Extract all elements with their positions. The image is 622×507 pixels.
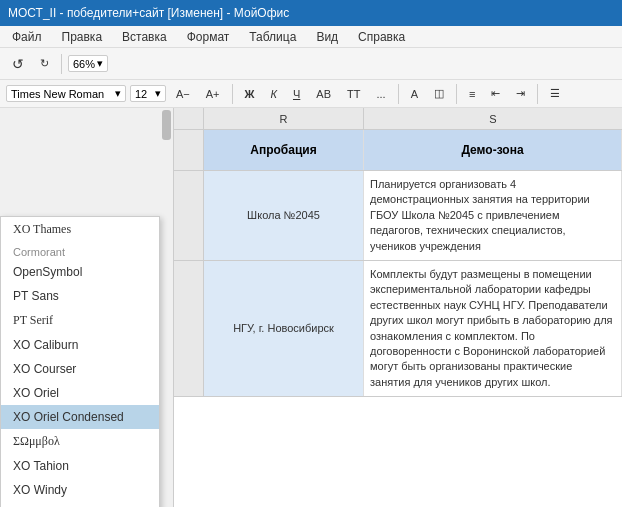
redo-button[interactable]: ↻ <box>34 54 55 73</box>
corner-cell <box>174 108 204 129</box>
cell-r-header[interactable]: Апробация <box>204 130 364 170</box>
font-selector-arrow-icon: ▾ <box>115 87 121 100</box>
separator-4 <box>456 84 457 104</box>
more-button[interactable]: ... <box>370 85 391 103</box>
font-color-icon: A <box>411 88 418 100</box>
col-header-r: R <box>204 108 364 129</box>
font-size-value: 12 <box>135 88 147 100</box>
font-smaller-button[interactable]: A− <box>170 85 196 103</box>
font-dropdown: XO Thames Cormorant OpenSymbol PT Sans P… <box>0 216 160 507</box>
menu-file[interactable]: Файл <box>8 29 46 45</box>
data-row-1: Школа №2045 Планируется организовать 4 д… <box>174 171 622 261</box>
font-item-opensymbol[interactable]: OpenSymbol <box>1 260 159 284</box>
row-num-1 <box>174 171 204 260</box>
toolbar-2: Times New Roman ▾ 12 ▾ A− A+ Ж К Ч АВ ТТ… <box>0 80 622 108</box>
main-content: XO Thames Cormorant OpenSymbol PT Sans P… <box>0 108 622 507</box>
data-row-2: НГУ, г. Новосибирск Комплекты будут разм… <box>174 261 622 397</box>
outdent-button[interactable]: ⇥ <box>510 84 531 103</box>
cell-s-header[interactable]: Демо-зона <box>364 130 622 170</box>
menu-insert[interactable]: Вставка <box>118 29 171 45</box>
italic-button[interactable]: К <box>264 85 282 103</box>
cell-s-1-text: Планируется организовать 4 демонстрацион… <box>370 178 590 252</box>
font-item-xo-tahion[interactable]: XO Tahion <box>1 454 159 478</box>
font-item-xo-oriel[interactable]: XO Oriel <box>1 381 159 405</box>
highlight-button[interactable]: ◫ <box>428 84 450 103</box>
header-s-text: Демо-зона <box>461 143 523 157</box>
font-name: Times New Roman <box>11 88 104 100</box>
column-headers: R S <box>174 108 622 130</box>
cell-s-2[interactable]: Комплекты будут размещены в помещении эк… <box>364 261 622 396</box>
title-bar: МОСТ_II - победители+сайт [Изменен] - Мо… <box>0 0 622 26</box>
font-item-pt-serif[interactable]: PT Serif <box>1 308 159 333</box>
cell-s-1[interactable]: Планируется организовать 4 демонстрацион… <box>364 171 622 260</box>
font-size-control[interactable]: 12 ▾ <box>130 85 166 102</box>
font-item-xo-thames[interactable]: XO Thames <box>1 217 159 242</box>
title-text: МОСТ_II - победители+сайт [Изменен] - Мо… <box>8 6 289 20</box>
cell-s-2-text: Комплекты будут размещены в помещении эк… <box>370 268 613 388</box>
font-larger-button[interactable]: A+ <box>200 85 226 103</box>
scroll-thumb[interactable] <box>162 110 171 140</box>
font-item-symbol[interactable]: ΣΩμμβολ <box>1 429 159 454</box>
menu-edit[interactable]: Правка <box>58 29 107 45</box>
row-num-header <box>174 130 204 170</box>
menu-view[interactable]: Вид <box>312 29 342 45</box>
tt-button[interactable]: ТТ <box>341 85 366 103</box>
indent-button[interactable]: ⇤ <box>485 84 506 103</box>
separator-2 <box>232 84 233 104</box>
zoom-value: 66% <box>73 58 95 70</box>
underline-button[interactable]: Ч <box>287 85 306 103</box>
strikethrough-button[interactable]: АВ <box>310 85 337 103</box>
font-selector[interactable]: Times New Roman ▾ <box>6 85 126 102</box>
separator-3 <box>398 84 399 104</box>
menu-help[interactable]: Справка <box>354 29 409 45</box>
cell-r-2-text: НГУ, г. Новосибирск <box>233 321 334 336</box>
header-row: Апробация Демо-зона <box>174 130 622 171</box>
undo-button[interactable]: ↺ <box>6 53 30 75</box>
zoom-arrow-icon: ▾ <box>97 57 103 70</box>
menu-format[interactable]: Формат <box>183 29 234 45</box>
cell-r-1-text: Школа №2045 <box>247 208 320 223</box>
font-item-xo-oriel-condensed[interactable]: XO Oriel Condensed <box>1 405 159 429</box>
font-item-xo-windy[interactable]: XO Windy <box>1 478 159 502</box>
cell-r-1[interactable]: Школа №2045 <box>204 171 364 260</box>
menu-table[interactable]: Таблица <box>245 29 300 45</box>
vertical-scrollbar[interactable] <box>160 108 174 507</box>
separator-5 <box>537 84 538 104</box>
font-item-xo-caliburn[interactable]: XO Caliburn <box>1 333 159 357</box>
font-item-pt-sans[interactable]: PT Sans <box>1 284 159 308</box>
font-section-agency: Agency FB <box>1 502 159 507</box>
font-size-arrow-icon: ▾ <box>155 87 161 100</box>
font-color-button[interactable]: A <box>405 85 424 103</box>
spreadsheet-area: R S Апробация Демо-зона 45 Школа №2045 <box>160 108 622 507</box>
menu-button[interactable]: ☰ <box>544 84 566 103</box>
col-header-s: S <box>364 108 622 129</box>
row-num-2 <box>174 261 204 396</box>
separator-1 <box>61 54 62 74</box>
font-section-cormorant: Cormorant <box>1 242 159 260</box>
align-button[interactable]: ≡ <box>463 85 481 103</box>
zoom-control[interactable]: 66% ▾ <box>68 55 108 72</box>
cell-r-2[interactable]: НГУ, г. Новосибирск <box>204 261 364 396</box>
header-r-text: Апробация <box>250 143 316 157</box>
bold-button[interactable]: Ж <box>239 85 261 103</box>
font-item-xo-courser[interactable]: XO Courser <box>1 357 159 381</box>
toolbar-1: ↺ ↻ 66% ▾ <box>0 48 622 80</box>
menu-bar: Файл Правка Вставка Формат Таблица Вид С… <box>0 26 622 48</box>
